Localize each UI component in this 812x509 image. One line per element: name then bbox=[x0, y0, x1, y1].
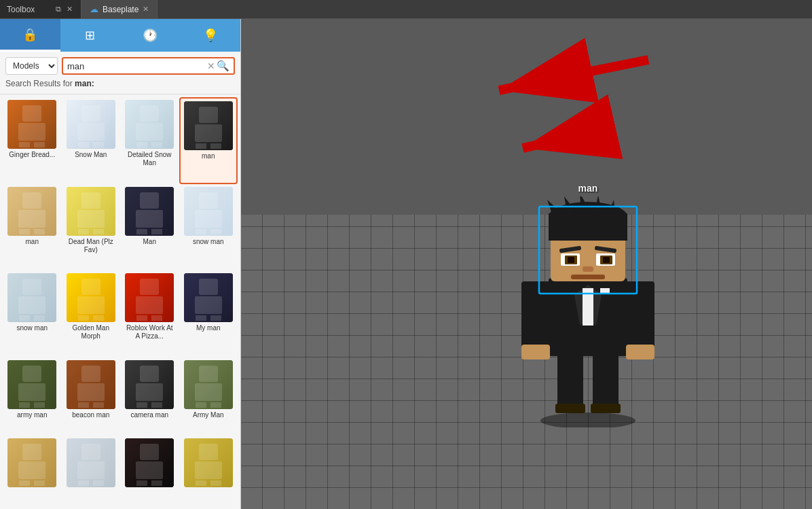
item-thumbnail-snow-man3 bbox=[7, 273, 56, 322]
item-label-camera-man: camera man bbox=[130, 411, 168, 419]
item-thumbnail-snow-man2 bbox=[184, 187, 233, 236]
svg-point-2 bbox=[540, 413, 635, 427]
grid-item-ginger-bread[interactable]: Ginger Bread... bbox=[3, 97, 62, 184]
svg-rect-5 bbox=[555, 404, 585, 413]
grid-item-camera-man[interactable]: camera man bbox=[120, 357, 179, 436]
close-toolbox-button[interactable]: ✕ bbox=[65, 5, 74, 14]
grid-item-row4-3[interactable] bbox=[120, 436, 179, 506]
baseplate-tab[interactable]: ☁ Baseplate ✕ bbox=[81, 0, 158, 18]
search-input[interactable] bbox=[67, 61, 206, 71]
item-thumbnail-army-man2 bbox=[184, 360, 233, 409]
grid-item-man3[interactable]: Man bbox=[120, 184, 179, 271]
tab-recent[interactable]: 🕐 bbox=[120, 19, 181, 52]
character-svg bbox=[500, 196, 676, 427]
grid-item-golden-man[interactable]: Golden Man Morph bbox=[62, 270, 121, 357]
item-thumbnail-camera-man bbox=[125, 360, 174, 409]
grid-item-row4-1[interactable] bbox=[3, 436, 62, 506]
grid-item-snow-man3[interactable]: snow man bbox=[3, 270, 62, 357]
toolbox-panel: 🔒 ⊞ 🕐 💡 Models Plugins Audio Decals Mesh… bbox=[0, 19, 241, 509]
grid-item-my-man[interactable]: My man bbox=[179, 270, 238, 357]
item-thumbnail-man3 bbox=[125, 187, 174, 236]
item-thumbnail-my-man bbox=[184, 273, 233, 322]
item-label-army-man: army man bbox=[17, 411, 47, 419]
item-label-man2: man bbox=[26, 238, 39, 246]
grid-item-army-man2[interactable]: Army Man bbox=[179, 357, 238, 436]
svg-rect-14 bbox=[626, 281, 654, 349]
item-thumbnail-row4-1 bbox=[7, 438, 56, 487]
character-label: man bbox=[578, 183, 598, 194]
grid-item-beacon-man[interactable]: beacon man bbox=[62, 357, 121, 436]
item-thumbnail-ginger-bread bbox=[7, 100, 56, 149]
character-3d bbox=[500, 196, 676, 427]
grid-item-roblox-pizza[interactable]: Roblox Work At A Pizza... bbox=[120, 270, 179, 357]
svg-rect-4 bbox=[593, 353, 619, 407]
grid-item-row4-2[interactable] bbox=[62, 436, 121, 506]
category-dropdown[interactable]: Models Plugins Audio Decals Meshes Image… bbox=[5, 57, 58, 75]
search-button[interactable]: 🔍 bbox=[217, 60, 229, 72]
item-thumbnail-detailed-snow-man bbox=[125, 100, 174, 149]
grid-item-snow-man[interactable]: Snow Man bbox=[62, 97, 121, 184]
item-thumbnail-roblox-pizza bbox=[125, 273, 174, 322]
cloud-icon: ☁ bbox=[90, 4, 98, 14]
tab-featured[interactable]: 💡 bbox=[181, 19, 241, 52]
svg-rect-15 bbox=[521, 345, 550, 359]
item-label-beacon-man: beacon man bbox=[72, 411, 109, 419]
item-thumbnail-row4-4 bbox=[184, 438, 233, 487]
item-thumbnail-snow-man bbox=[67, 100, 115, 149]
item-label-golden-man: Golden Man Morph bbox=[67, 324, 115, 340]
main-content: 🔒 ⊞ 🕐 💡 Models Plugins Audio Decals Mesh… bbox=[0, 19, 812, 509]
search-row: Models Plugins Audio Decals Meshes Image… bbox=[5, 57, 235, 75]
grid-item-man[interactable]: man bbox=[179, 97, 238, 184]
items-grid: Ginger Bread...Snow ManDetailed Snow Man… bbox=[0, 94, 240, 509]
minimize-button[interactable]: ⧉ bbox=[54, 5, 62, 14]
tab-inventory[interactable]: 🔒 bbox=[0, 19, 60, 52]
tab-models[interactable]: ⊞ bbox=[60, 19, 121, 52]
svg-rect-32 bbox=[568, 257, 574, 263]
item-thumbnail-beacon-man bbox=[67, 360, 115, 409]
item-label-ginger-bread: Ginger Bread... bbox=[9, 151, 55, 159]
item-label-man: man bbox=[202, 152, 215, 160]
bulb-icon: 💡 bbox=[203, 28, 218, 43]
grid-icon: ⊞ bbox=[85, 28, 95, 43]
item-thumbnail-golden-man bbox=[67, 273, 115, 322]
search-input-wrapper: ✕ 🔍 bbox=[62, 57, 235, 75]
grid-item-snow-man2[interactable]: snow man bbox=[179, 184, 238, 271]
item-thumbnail-row4-2 bbox=[67, 438, 115, 487]
svg-rect-35 bbox=[571, 275, 605, 279]
search-area: Models Plugins Audio Decals Meshes Image… bbox=[0, 52, 240, 94]
item-label-man3: Man bbox=[143, 238, 156, 246]
close-baseplate-button[interactable]: ✕ bbox=[143, 5, 149, 14]
title-bar: Toolbox ⧉ ✕ ☁ Baseplate ✕ bbox=[0, 0, 812, 19]
search-query: man: bbox=[75, 79, 94, 88]
grid-item-detailed-snow-man[interactable]: Detailed Snow Man bbox=[120, 97, 179, 184]
item-label-snow-man2: snow man bbox=[193, 238, 224, 246]
item-thumbnail-man2 bbox=[7, 187, 56, 236]
item-label-snow-man: Snow Man bbox=[75, 151, 107, 159]
item-thumbnail-dead-man bbox=[67, 187, 115, 236]
toolbox-icon-tabs: 🔒 ⊞ 🕐 💡 bbox=[0, 19, 240, 52]
item-label-roblox-pizza: Roblox Work At A Pizza... bbox=[125, 324, 174, 340]
svg-rect-33 bbox=[603, 257, 610, 263]
lock-icon: 🔒 bbox=[22, 27, 37, 42]
item-label-snow-man3: snow man bbox=[16, 324, 48, 332]
character-container: man bbox=[500, 183, 676, 427]
toolbox-panel-tab[interactable]: Toolbox ⧉ ✕ bbox=[0, 0, 81, 18]
grid-item-row4-4[interactable] bbox=[179, 436, 238, 506]
svg-rect-25 bbox=[549, 213, 627, 241]
clear-search-button[interactable]: ✕ bbox=[206, 60, 217, 71]
grid-item-man2[interactable]: man bbox=[3, 184, 62, 271]
svg-rect-34 bbox=[583, 266, 593, 272]
grid-item-dead-man[interactable]: Dead Man (Plz Fav) bbox=[62, 184, 121, 271]
item-label-army-man2: Army Man bbox=[193, 411, 224, 419]
toolbox-tab-label: Toolbox bbox=[7, 5, 35, 14]
svg-rect-16 bbox=[626, 345, 654, 359]
item-thumbnail-man bbox=[184, 101, 233, 150]
svg-rect-6 bbox=[591, 404, 621, 413]
item-thumbnail-army-man bbox=[7, 360, 56, 409]
grid-item-army-man[interactable]: army man bbox=[3, 357, 62, 436]
baseplate-tab-label: Baseplate bbox=[103, 5, 139, 14]
item-label-my-man: My man bbox=[196, 324, 221, 332]
viewport[interactable]: man bbox=[241, 19, 812, 509]
search-results-label: Search Results for man: bbox=[5, 79, 235, 88]
svg-rect-13 bbox=[521, 281, 550, 349]
